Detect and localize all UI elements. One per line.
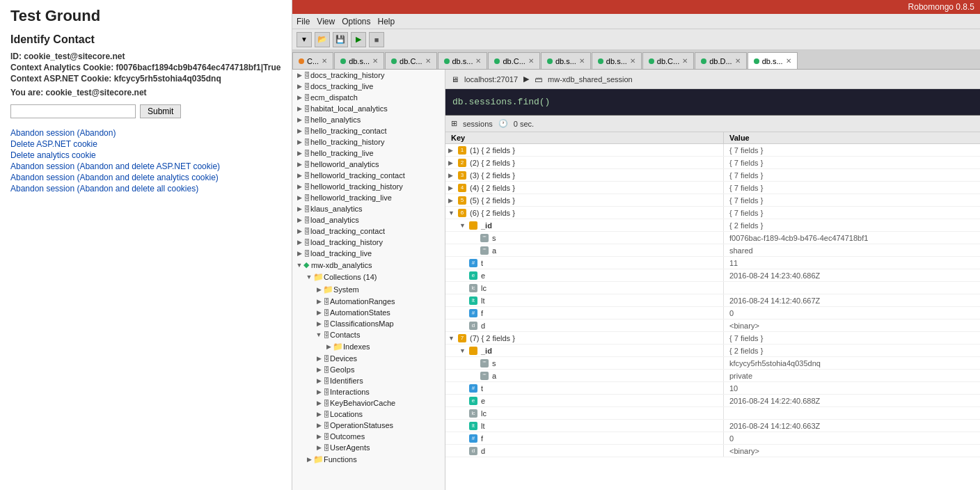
query-input-area[interactable]: db.sessions.find()	[445, 89, 980, 116]
run-button[interactable]: ▶	[351, 32, 366, 47]
tree-item-indexes[interactable]: ▶ 📁 Indexes	[292, 340, 445, 353]
stop-button[interactable]: ■	[369, 32, 384, 47]
tree-item-mw-xdb-analytics[interactable]: ▼ ◆ mw-xdb_analytics	[292, 259, 445, 271]
tree-item-outcomes[interactable]: ▶ 🗄 Outcomes	[292, 431, 445, 442]
abandon-delete-analytics-link[interactable]: Abandon session (Abandon and delete anal…	[10, 173, 281, 182]
tab-close-4[interactable]: ✕	[528, 57, 534, 65]
tree-item-system[interactable]: ▶ 📁 System	[292, 283, 445, 296]
table-row[interactable]: # t 10	[445, 382, 980, 395]
table-row[interactable]: "" a shared	[445, 244, 980, 257]
tree-item-hello-analytics[interactable]: ▶ 🗄 hello_analytics	[292, 114, 445, 125]
table-row[interactable]: "" s kfcycy5rh5stohia4q035dnq	[445, 357, 980, 370]
tree-item-habitat-analytics[interactable]: ▶ 🗄 habitat_local_analytics	[292, 103, 445, 114]
tree-item-useragents[interactable]: ▶ 🗄 UserAgents	[292, 442, 445, 453]
menu-help[interactable]: Help	[378, 17, 395, 26]
table-row[interactable]: ▼ _id { 2 fields }	[445, 219, 980, 232]
tree-item-interactions[interactable]: ▶ 🗄 Interactions	[292, 386, 445, 397]
tab-7[interactable]: db.C... ✕	[642, 52, 694, 69]
table-row[interactable]: lt lt 2016-08-24 14:12:40.667Z	[445, 294, 980, 307]
table-row[interactable]: ▶ 5 (5) { 2 fields } { 7 fields }	[445, 194, 980, 207]
menu-options[interactable]: Options	[342, 17, 370, 26]
abandon-delete-aspnet-link[interactable]: Abandon session (Abandon and delete ASP.…	[10, 161, 281, 171]
tree-item-load-analytics[interactable]: ▶ 🗄 load_analytics	[292, 214, 445, 226]
table-row[interactable]: ▶ 2 (2) { 2 fields } { 7 fields }	[445, 157, 980, 169]
tab-close-6[interactable]: ✕	[630, 57, 635, 65]
table-row[interactable]: ▼ _id { 2 fields }	[445, 345, 980, 357]
table-row[interactable]: ▶ 1 (1) { 2 fields } { 7 fields }	[445, 144, 980, 157]
table-row[interactable]: # f 0	[445, 432, 980, 445]
tree-item-automation-states[interactable]: ▶ 🗄 AutomationStates	[292, 307, 445, 318]
table-row[interactable]: ▶ 3 (3) { 2 fields } { 7 fields }	[445, 169, 980, 182]
tab-close-0[interactable]: ✕	[322, 57, 327, 65]
tab-3[interactable]: db.s... ✕	[438, 52, 488, 69]
table-row[interactable]: d d <binary>	[445, 445, 980, 457]
tab-close-5[interactable]: ✕	[579, 57, 585, 65]
tab-close-7[interactable]: ✕	[682, 57, 688, 65]
table-row[interactable]: lc lc	[445, 282, 980, 294]
tree-item-helloworld-tracking-live[interactable]: ▶ 🗄 helloworld_tracking_live	[292, 192, 445, 203]
tree-label-collections: Collections (14)	[324, 273, 377, 281]
abandon-delete-all-link[interactable]: Abandon session (Abandon and delete all …	[10, 184, 281, 193]
submit-button[interactable]: Submit	[140, 104, 181, 118]
tree-item-automation-ranges[interactable]: ▶ 🗄 AutomationRanges	[292, 296, 445, 307]
tree-item-hello-tracking-live[interactable]: ▶ 🗄 hello_tracking_live	[292, 148, 445, 159]
tree-item-helloworld-tracking-history[interactable]: ▶ 🗄 helloworld_tracking_history	[292, 181, 445, 192]
delete-analytics-cookie-link[interactable]: Delete analytics cookie	[10, 150, 281, 160]
table-row[interactable]: ▼ 7 (7) { 2 fields } { 7 fields }	[445, 332, 980, 345]
delete-aspnet-cookie-link[interactable]: Delete ASP.NET cookie	[10, 139, 281, 149]
tree-item-keybehaviorcache[interactable]: ▶ 🗄 KeyBehaviorCache	[292, 397, 445, 409]
table-row[interactable]: e e 2016-08-24 14:23:40.686Z	[445, 269, 980, 282]
tree-item-load-tracking-contact[interactable]: ▶ 🗄 load_tracking_contact	[292, 226, 445, 237]
tree-item-geoips[interactable]: ▶ 🗄 GeoIps	[292, 364, 445, 375]
tree-item-docs-tracking-history[interactable]: ▶ 🗄 docs_tracking_history	[292, 70, 445, 81]
tab-9[interactable]: db.s... ✕	[748, 52, 798, 69]
toolbar-dropdown-btn[interactable]: ▼	[297, 32, 312, 47]
table-row[interactable]: "" s f0076bac-f189-4cb9-b476-4ec474718bf…	[445, 232, 980, 244]
table-row[interactable]: # t 11	[445, 257, 980, 269]
open-button[interactable]: 📂	[315, 32, 330, 47]
table-row[interactable]: e e 2016-08-24 14:22:40.688Z	[445, 395, 980, 407]
table-row[interactable]: "" a private	[445, 370, 980, 382]
tree-item-collections-folder[interactable]: ▼ 📁 Collections (14)	[292, 271, 445, 283]
tab-2[interactable]: db.C... ✕	[385, 52, 436, 69]
tab-1[interactable]: db.s... ✕	[334, 52, 384, 69]
abandon-session-link[interactable]: Abandon session (Abandon)	[10, 128, 281, 138]
tree-item-klaus-analytics[interactable]: ▶ 🗄 klaus_analytics	[292, 203, 445, 214]
table-row[interactable]: lc lc	[445, 407, 980, 420]
tab-0[interactable]: C... ✕	[292, 52, 333, 69]
menu-view[interactable]: View	[317, 17, 335, 26]
tab-5[interactable]: db.s... ✕	[541, 52, 591, 69]
tab-close-2[interactable]: ✕	[425, 57, 431, 65]
table-row[interactable]: # f 0	[445, 307, 980, 319]
tab-8[interactable]: db.D... ✕	[695, 52, 746, 69]
tree-item-helloworld-analytics[interactable]: ▶ 🗄 helloworld_analytics	[292, 159, 445, 170]
tree-item-identifiers[interactable]: ▶ 🗄 Identifiers	[292, 375, 445, 386]
tree-item-hello-tracking-history[interactable]: ▶ 🗄 hello_tracking_history	[292, 136, 445, 148]
table-row[interactable]: d d <binary>	[445, 319, 980, 332]
tree-item-contacts[interactable]: ▼ 🗄 Contacts	[292, 329, 445, 340]
tree-item-locations[interactable]: ▶ 🗄 Locations	[292, 409, 445, 420]
tab-6[interactable]: db.s... ✕	[592, 52, 642, 69]
table-row[interactable]: ▶ 4 (4) { 2 fields } { 7 fields }	[445, 182, 980, 194]
tree-item-functions[interactable]: ▶ 📁 Functions	[292, 453, 445, 466]
tree-item-devices[interactable]: ▶ 🗄 Devices	[292, 353, 445, 364]
tree-item-docs-tracking-live[interactable]: ▶ 🗄 docs_tracking_live	[292, 81, 445, 92]
tree-item-ecm-dispatch[interactable]: ▶ 🗄 ecm_dispatch	[292, 92, 445, 103]
tree-item-classifications-map[interactable]: ▶ 🗄 ClassificationsMap	[292, 318, 445, 329]
tree-item-helloworld-tracking-contact[interactable]: ▶ 🗄 helloworld_tracking_contact	[292, 170, 445, 181]
table-row[interactable]: ▼ 6 (6) { 2 fields } { 7 fields }	[445, 207, 980, 219]
menu-file[interactable]: File	[297, 17, 310, 26]
table-row[interactable]: lt lt 2016-08-24 14:12:40.663Z	[445, 420, 980, 432]
tree-item-operation-statuses[interactable]: ▶ 🗄 OperationStatuses	[292, 420, 445, 431]
tab-close-8[interactable]: ✕	[735, 57, 741, 65]
tab-close-3[interactable]: ✕	[475, 57, 481, 65]
tab-close-9[interactable]: ✕	[786, 57, 791, 65]
search-input[interactable]	[10, 104, 136, 118]
tree-item-hello-tracking-contact[interactable]: ▶ 🗄 hello_tracking_contact	[292, 125, 445, 136]
tree-item-load-tracking-live[interactable]: ▶ 🗄 load_tracking_live	[292, 248, 445, 259]
tab-4[interactable]: db.C... ✕	[488, 52, 539, 69]
tab-close-1[interactable]: ✕	[372, 57, 378, 65]
save-button[interactable]: 💾	[333, 32, 348, 47]
col-val-header: Value	[724, 132, 755, 143]
tree-item-load-tracking-history[interactable]: ▶ 🗄 load_tracking_history	[292, 237, 445, 248]
